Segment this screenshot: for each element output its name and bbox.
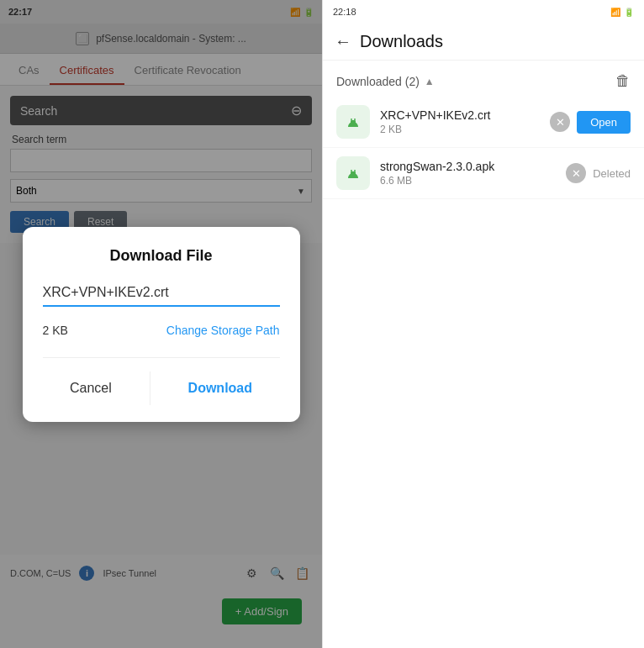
- file-size-1: 6.6 MB: [380, 175, 556, 187]
- download-file-modal: Download File 2 KB Change Storage Path C…: [23, 227, 300, 422]
- file-actions-1: ✕ Deleted: [566, 163, 631, 183]
- sort-icon[interactable]: ▲: [425, 76, 435, 87]
- svg-point-2: [351, 119, 352, 120]
- file-size-0: 2 KB: [380, 124, 540, 135]
- svg-rect-1: [351, 120, 356, 127]
- right-header: ← Downloads: [323, 24, 644, 61]
- svg-point-7: [354, 170, 356, 171]
- time-right: 22:18: [333, 7, 356, 17]
- svg-rect-5: [351, 171, 356, 178]
- modal-filename-input[interactable]: [43, 282, 280, 307]
- modal-buttons: Cancel Download: [43, 371, 280, 405]
- modal-divider: [43, 357, 280, 358]
- modal-info-row: 2 KB Change Storage Path: [43, 324, 280, 337]
- svg-point-3: [354, 119, 356, 120]
- download-item-0: XRC+VPN+IKEv2.crt 2 KB ✕ Open: [323, 97, 644, 148]
- modal-vertical-divider: [150, 371, 150, 405]
- modal-change-storage-link[interactable]: Change Storage Path: [166, 324, 280, 337]
- downloads-section-header: Downloaded (2) ▲ 🗑: [323, 61, 644, 97]
- close-icon-0[interactable]: ✕: [550, 112, 570, 132]
- downloads-section-title: Downloaded (2) ▲: [336, 75, 435, 88]
- modal-download-button[interactable]: Download: [172, 371, 269, 405]
- file-actions-0: ✕ Open: [550, 111, 631, 134]
- file-name-0: XRC+VPN+IKEv2.crt: [380, 108, 540, 122]
- file-icon-0: [336, 105, 370, 139]
- download-item-1: strongSwan-2.3.0.apk 6.6 MB ✕ Deleted: [323, 148, 644, 199]
- svg-point-6: [351, 170, 352, 171]
- back-arrow-icon[interactable]: ←: [335, 32, 351, 51]
- modal-title: Download File: [43, 247, 280, 265]
- file-info-1: strongSwan-2.3.0.apk 6.6 MB: [380, 160, 556, 187]
- file-info-0: XRC+VPN+IKEv2.crt 2 KB: [380, 108, 540, 135]
- modal-overlay: Download File 2 KB Change Storage Path C…: [0, 0, 322, 648]
- signal-icon-right: 📶: [610, 8, 620, 17]
- status-icons-right-bar: 📶 🔋: [610, 8, 634, 17]
- battery-icon-right: 🔋: [624, 8, 634, 17]
- android-icon-0: [343, 112, 363, 132]
- file-icon-1: [336, 156, 370, 190]
- open-button-0[interactable]: Open: [577, 111, 631, 134]
- file-name-1: strongSwan-2.3.0.apk: [380, 160, 556, 173]
- android-icon-1: [343, 163, 363, 183]
- close-icon-1[interactable]: ✕: [566, 163, 586, 183]
- left-panel: 22:17 📶 🔋 ⬜ pfSense.localdomain - System…: [0, 0, 322, 648]
- status-bar-right: 22:18 📶 🔋: [323, 0, 644, 24]
- deleted-label-1: Deleted: [593, 167, 631, 180]
- right-panel: 22:18 📶 🔋 ← Downloads Downloaded (2) ▲ 🗑: [322, 0, 644, 648]
- modal-filesize: 2 KB: [43, 324, 68, 337]
- modal-cancel-button[interactable]: Cancel: [53, 371, 129, 405]
- downloaded-label: Downloaded (2): [336, 75, 420, 88]
- delete-all-icon[interactable]: 🗑: [615, 72, 631, 90]
- downloads-title: Downloads: [360, 32, 443, 51]
